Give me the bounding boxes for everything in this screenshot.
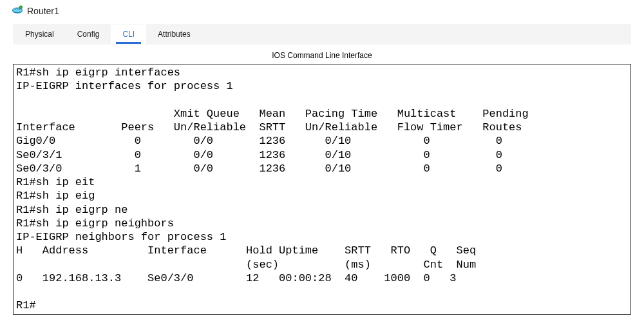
cli-panel: IOS Command Line Interface R1#sh ip eigr… <box>13 47 631 315</box>
cli-caption: IOS Command Line Interface <box>13 47 631 64</box>
window-titlebar: Router1 <box>0 0 644 24</box>
router-window: Router1 Physical Config CLI Attributes I… <box>0 0 644 315</box>
tab-config[interactable]: Config <box>66 25 111 44</box>
tab-bar: Physical Config CLI Attributes <box>14 25 630 44</box>
tab-physical[interactable]: Physical <box>14 25 66 44</box>
tabs-container: Physical Config CLI Attributes <box>13 24 631 44</box>
window-title: Router1 <box>27 6 59 16</box>
tab-attributes[interactable]: Attributes <box>146 25 202 44</box>
svg-point-2 <box>19 6 23 9</box>
router-icon <box>12 4 23 17</box>
tab-cli[interactable]: CLI <box>111 25 146 44</box>
cli-terminal[interactable]: R1#sh ip eigrp interfaces IP-EIGRP inter… <box>13 64 631 315</box>
